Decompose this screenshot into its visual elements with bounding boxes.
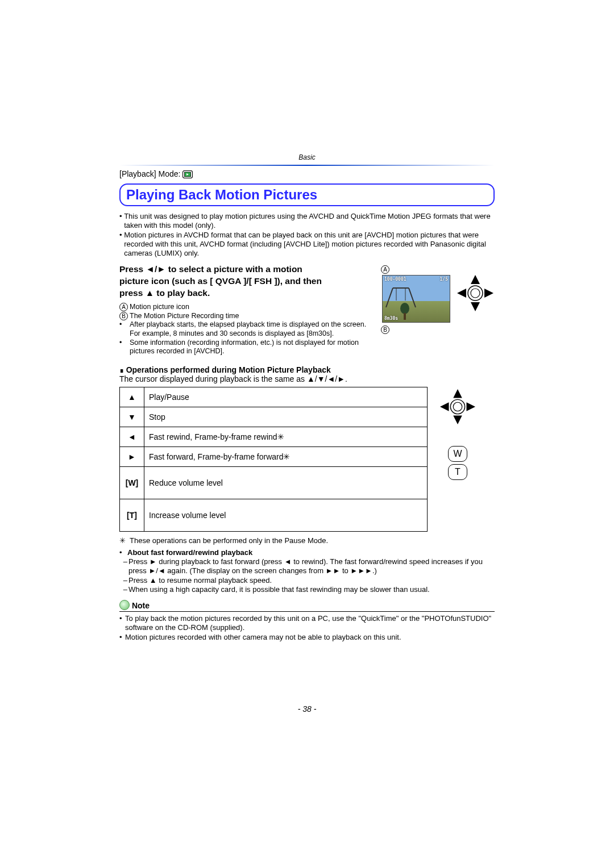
thumb-index: 1/5 [440,277,448,282]
label-a-marker: A [381,265,389,274]
op-label: Reduce volume level [144,466,428,499]
thumb-swing-graphic [384,287,418,310]
about-row: When using a high capacity card, it is p… [128,585,495,594]
table-row: ◄Fast rewind, Frame-by-frame rewind✳ [120,427,428,446]
desc-bullet: Some information (recording information,… [130,339,380,356]
svg-marker-12 [471,275,480,284]
header-rule [119,165,495,166]
ops-intro: The cursor displayed during playback is … [119,374,347,383]
page-title: Playing Back Motion Pictures [126,187,488,203]
svg-marker-13 [471,302,480,311]
about-section: • About fast forward/rewind playback –Pr… [119,548,495,594]
label-b-marker: B [381,326,389,334]
op-symbol: [W] [120,466,144,499]
controls-graphic: W T [439,383,476,480]
svg-line-5 [386,288,393,307]
svg-marker-21 [467,402,476,411]
thumbnail-column: A 100-0001 1/5 8m30s [380,264,450,334]
op-label: Increase volume level [144,499,428,531]
op-label: Stop [144,407,428,427]
note-rule [119,611,495,612]
description-list: AMotion picture icon BThe Motion Picture… [119,303,380,356]
manual-page: Basic [Playback] Mode: Playing Back Moti… [0,0,614,868]
page-number: - 38 - [119,704,495,713]
playback-thumbnail: 100-0001 1/5 8m30s [382,275,450,323]
svg-point-17 [453,402,462,411]
table-row: [T]Increase volume level [120,499,428,531]
svg-line-6 [409,288,416,307]
instruction-text: Press ◄/► to select a picture with a mot… [119,264,380,299]
t-button: T [448,464,467,480]
thumb-file: 100-0001 [384,277,406,282]
intro-bullet: This unit was designed to play motion pi… [124,212,495,231]
desc-bullet: After playback starts, the elapsed playb… [130,320,380,329]
table-row: ▼Stop [120,407,428,427]
dpad-graphic [456,274,495,312]
operations-table: ▲Play/Pause ▼Stop ◄Fast rewind, Frame-by… [119,387,428,532]
desc-bullet: For example, 8 minutes and 30 seconds is… [130,329,380,339]
section-header: Basic [119,153,495,161]
note-row: Motion pictures recorded with other came… [125,633,495,642]
op-symbol: ▼ [120,407,144,427]
table-row: ▲Play/Pause [120,387,428,407]
note-body: •To play back the motion pictures record… [119,614,495,642]
ops-header: Operations performed during Motion Pictu… [126,365,331,374]
op-label: Fast rewind, Frame-by-frame rewind✳ [144,427,428,446]
note-icon [119,600,130,610]
intro-bullet: Motion pictures in AVCHD format that can… [124,231,495,258]
dpad-icon [439,388,476,425]
mode-line: [Playback] Mode: [119,169,495,180]
table-row: [W]Reduce volume level [120,466,428,499]
label-b-icon: B [119,312,128,320]
svg-marker-14 [457,289,466,298]
note-header: Note [119,600,495,610]
op-symbol: [T] [120,499,144,531]
thumb-duration: 8m30s [384,316,398,321]
page-title-box: Playing Back Motion Pictures [119,183,495,206]
footnote: ✳ These operations can be performed only… [119,536,495,545]
table-row: ►Fast forward, Frame-by-frame forward✳ [120,446,428,466]
w-button: W [448,446,467,462]
svg-marker-20 [440,402,449,411]
svg-point-11 [471,289,480,298]
label-a-icon: A [119,303,128,311]
desc-a: Motion picture icon [130,303,380,312]
svg-marker-18 [453,389,462,398]
note-row: To play back the motion pictures recorde… [125,614,495,633]
about-row: Press ► during playback to fast forward … [128,557,495,576]
op-label: Play/Pause [144,387,428,407]
op-symbol: ► [120,446,144,466]
desc-b: The Motion Picture Recording time [130,312,380,321]
mode-text: [Playback] Mode: [119,169,182,178]
op-symbol: ◄ [120,427,144,446]
svg-marker-19 [453,415,462,424]
op-symbol: ▲ [120,387,144,407]
intro-bullets: • This unit was designed to play motion … [119,212,495,258]
playback-mode-icon [182,170,193,180]
about-header: About fast forward/rewind playback [127,548,495,557]
ops-section: ∎ Operations performed during Motion Pic… [119,365,495,383]
svg-rect-4 [404,313,406,320]
op-label: Fast forward, Frame-by-frame forward✳ [144,446,428,466]
svg-marker-15 [484,289,493,298]
about-row: Press ▲ to resume normal playback speed. [128,576,495,585]
instruction-row: Press ◄/► to select a picture with a mot… [119,264,495,356]
